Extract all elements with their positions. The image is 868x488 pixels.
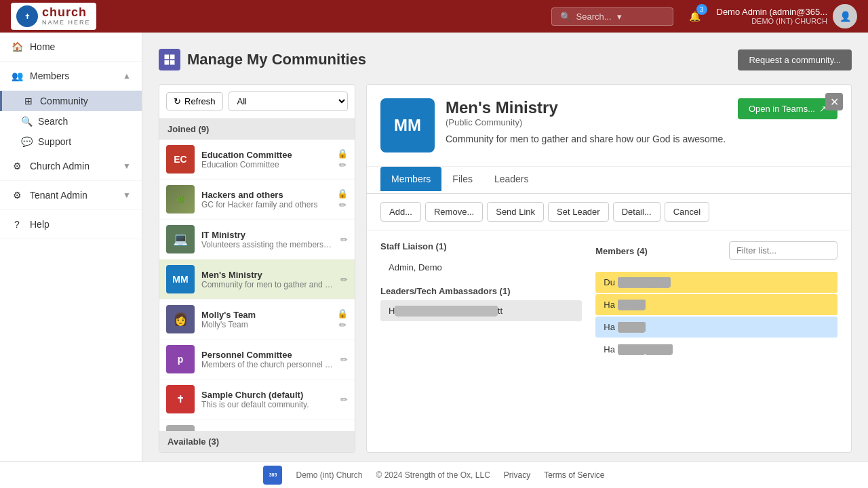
tab-leaders-label: Leaders [494, 174, 529, 184]
communities-panel: ↻ Refresh All Joined Available Joined (9… [159, 84, 355, 453]
edit-icon[interactable]: ✏ [340, 274, 348, 285]
open-teams-label: Open in Teams... [749, 104, 815, 114]
refresh-button[interactable]: ↻ Refresh [166, 92, 223, 110]
list-item[interactable]: 🌿 Hackers and others GC for Hacker famil… [159, 180, 355, 220]
tenant-icon: ⚙ [11, 189, 23, 201]
list-item[interactable]: 👤 Staff 🔒 [159, 420, 355, 431]
remove-button[interactable]: Remove... [425, 202, 483, 222]
filter-select[interactable]: All Joined Available [229, 92, 348, 111]
add-button[interactable]: Add... [380, 202, 421, 222]
filter-list-input[interactable] [729, 241, 837, 260]
open-teams-button[interactable]: Open in Teams... ↗ [738, 98, 837, 119]
community-avatar-mollys: 👩 [166, 305, 195, 333]
global-search-bar[interactable]: 🔍 Search... ▾ [551, 7, 673, 26]
community-name: Sample Church (default) [201, 390, 334, 400]
sidebar-item-community[interactable]: ⊞ Community [0, 91, 142, 111]
edit-icon[interactable]: ✏ [339, 320, 347, 330]
sidebar-item-support[interactable]: 💬 Support [0, 131, 142, 152]
tab-members[interactable]: Members [380, 167, 441, 193]
joined-section-label: Joined (9) [167, 124, 209, 134]
cancel-button[interactable]: Cancel [665, 202, 709, 222]
user-profile[interactable]: Demo Admin (admin@365... DEMO (INT) CHUR… [717, 4, 858, 28]
list-item[interactable]: 💻 IT Ministry Volunteers assisting the m… [159, 220, 355, 260]
lock-icon: 🔒 [337, 308, 348, 319]
staff-liaison-item[interactable]: Admin, Demo [380, 257, 582, 278]
edit-icon[interactable]: ✏ [339, 160, 347, 170]
logo-box[interactable]: ✝ church NAME HERE [11, 3, 96, 30]
community-icons: 🔒 ✏ [337, 148, 348, 170]
detail-panel: ✕ MM Men's Ministry (Public Community) C… [366, 84, 852, 453]
search-icon: 🔍 [560, 12, 571, 22]
gear-icon: ⚙ [11, 160, 23, 172]
edit-icon[interactable]: ✏ [340, 354, 348, 365]
list-item[interactable]: 👩 Molly's Team Molly's Team 🔒 ✏ [159, 300, 355, 340]
refresh-icon: ↻ [174, 96, 181, 106]
community-avatar-mm: MM [166, 265, 195, 293]
sidebar-item-tenant-admin[interactable]: ⚙ Tenant Admin ▼ [0, 181, 142, 210]
send-link-button[interactable]: Send Link [487, 202, 544, 222]
list-item[interactable]: EC Education Committee Education Committ… [159, 140, 355, 180]
close-button[interactable]: ✕ [825, 93, 843, 110]
detail-tabs: Members Files Leaders [367, 167, 851, 194]
community-info: IT Ministry Volunteers assisting the mem… [201, 230, 334, 249]
tab-members-label: Members [391, 174, 431, 184]
sidebar-item-search[interactable]: 🔍 Search [0, 111, 142, 131]
community-name: Education Committee [201, 150, 330, 160]
list-item[interactable]: ✝ Sample Church (default) This is our de… [159, 380, 355, 420]
members-col: Members (4) Du████████ Ha████ Ha████ [595, 241, 837, 438]
member-item-2[interactable]: Ha████ [595, 294, 837, 315]
set-leader-button[interactable]: Set Leader [548, 202, 609, 222]
sidebar-item-members[interactable]: 👥 Members ▲ [0, 62, 142, 91]
community-icons: ✏ [340, 394, 348, 405]
member-blurred-2: ████ [618, 300, 646, 310]
member-item-3[interactable]: Ha████ [595, 317, 837, 338]
logo-church-label: church [42, 6, 91, 20]
svg-rect-1 [170, 55, 175, 60]
staff-liaison-title: Staff Liaison (1) [380, 241, 582, 251]
edit-icon[interactable]: ✏ [340, 235, 348, 245]
ambassador-item[interactable]: H████████████████tt [380, 300, 582, 321]
edit-icon[interactable]: ✏ [340, 394, 348, 405]
sidebar-item-help[interactable]: ? Help [0, 210, 142, 239]
detail-body: Staff Liaison (1) Admin, Demo Leaders/Te… [367, 230, 851, 449]
member-item-1[interactable]: Du████████ [595, 272, 837, 293]
community-info: Hackers and others GC for Hacker family … [201, 190, 330, 209]
footer-terms-link[interactable]: Terms of Service [544, 470, 604, 480]
logo-icon: ✝ [16, 5, 38, 27]
community-name: Men's Ministry [201, 270, 334, 280]
notification-badge: 3 [696, 4, 707, 15]
search-sidebar-icon: 🔍 [20, 115, 33, 127]
staff-liaison-col: Staff Liaison (1) Admin, Demo Leaders/Te… [380, 241, 582, 438]
search-dropdown-icon: ▾ [617, 12, 622, 22]
member-name-ha1: Ha [604, 300, 615, 310]
main-layout: 🏠 Home 👥 Members ▲ ⊞ Community 🔍 Search … [0, 33, 868, 461]
edit-icon[interactable]: ✏ [339, 200, 347, 210]
tab-files[interactable]: Files [441, 167, 484, 193]
tab-leaders[interactable]: Leaders [484, 167, 540, 193]
members-icon: 👥 [11, 70, 23, 82]
community-name: Hackers and others [201, 190, 330, 200]
footer-logo-icon: 365 [263, 466, 282, 485]
community-info: Sample Church (default) This is our defa… [201, 390, 334, 409]
member-item-4[interactable]: Ha████ ████ [595, 339, 837, 360]
detail-info: Men's Ministry (Public Community) Commun… [446, 98, 727, 146]
sidebar-item-church-admin[interactable]: ⚙ Church Admin ▼ [0, 152, 142, 181]
page-title-row: Manage My Communities [159, 49, 366, 70]
notification-bell[interactable]: 🔔 3 [684, 5, 706, 27]
sidebar-item-home[interactable]: 🏠 Home [0, 33, 142, 62]
user-church: DEMO (INT) CHURCH [717, 17, 828, 26]
footer-privacy-link[interactable]: Privacy [504, 470, 530, 480]
search-label: Search [38, 116, 68, 127]
support-icon: 💬 [20, 136, 33, 148]
community-desc: Molly's Team [201, 320, 330, 329]
ambassador-name-end: tt [498, 306, 502, 316]
request-community-button[interactable]: Request a community... [738, 49, 852, 70]
ambassador-name-partial: H [389, 306, 395, 316]
detail-type: (Public Community) [446, 117, 727, 127]
avatar[interactable]: 👤 [833, 4, 857, 28]
detail-button[interactable]: Detail... [613, 202, 660, 222]
community-icons: ✏ [340, 235, 348, 245]
list-item[interactable]: MM Men's Ministry Community for men to g… [159, 260, 355, 300]
logo-text: church NAME HERE [42, 6, 91, 26]
list-item[interactable]: p Personnel Committee Members of the chu… [159, 340, 355, 380]
